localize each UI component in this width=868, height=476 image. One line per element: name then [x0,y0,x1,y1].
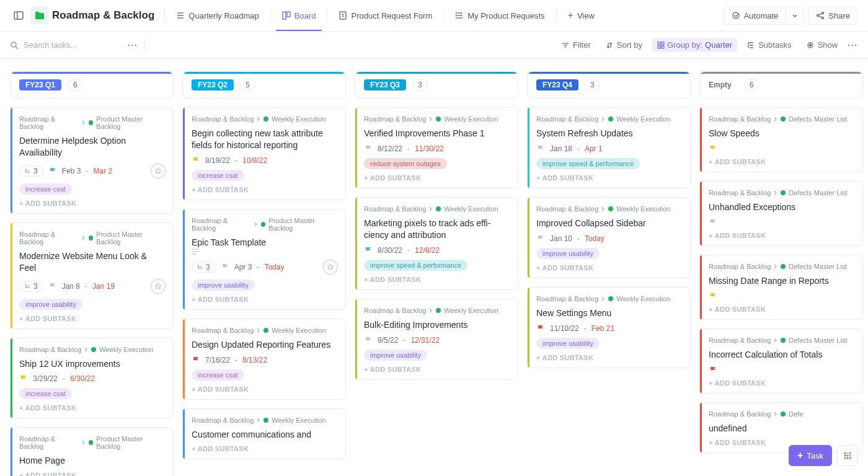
add-subtask-button[interactable]: + ADD SUBTASK [536,174,683,182]
add-subtask-button[interactable]: + ADD SUBTASK [192,445,338,452]
priority-flag-icon[interactable] [709,292,717,301]
show-button[interactable]: Show [802,38,843,52]
tag[interactable]: improve speed & performance [536,158,640,169]
tag[interactable]: increase csat [192,170,244,181]
view-tab-board[interactable]: Board [276,6,322,25]
add-subtask-button[interactable]: + ADD SUBTASK [709,158,855,165]
priority-flag-icon[interactable] [19,374,28,383]
priority-flag-icon[interactable] [536,324,545,333]
add-subtask-button[interactable]: + ADD SUBTASK [536,264,683,271]
share-button[interactable]: Share [808,7,858,25]
groupby-button[interactable]: Group by: Quarter [652,38,737,52]
column-header[interactable]: FY23 Q43 [527,71,691,99]
tag[interactable]: improve usability [536,248,600,259]
add-subtask-button[interactable]: + ADD SUBTASK [192,296,338,303]
priority-flag-icon[interactable] [364,336,373,345]
start-date: Jan 8 [62,282,80,291]
task-card[interactable]: Roadmap & Backlog Weekly Execution Custo… [182,408,346,460]
task-card[interactable]: Roadmap & Backlog Product Master Backlog… [10,427,174,476]
priority-flag-icon[interactable] [709,218,717,227]
task-card[interactable]: Roadmap & Backlog Product Master Backlog… [10,223,174,329]
search-more-icon[interactable]: ··· [128,40,138,50]
add-subtask-button[interactable]: + ADD SUBTASK [19,472,166,476]
tag[interactable]: improve speed & performance [364,260,467,271]
sort-button[interactable]: Sort by [601,38,647,52]
add-subtask-button[interactable]: + ADD SUBTASK [536,354,683,361]
priority-flag-icon[interactable] [536,144,545,153]
priority-flag-icon[interactable] [221,263,229,271]
automate-chevron-icon[interactable] [786,8,804,23]
svg-line-20 [819,14,822,15]
sidebar-toggle-icon[interactable] [10,7,27,24]
priority-flag-icon[interactable] [364,144,373,153]
tag[interactable]: reduce system outages [364,158,447,169]
apps-button[interactable] [837,445,858,466]
add-subtask-button[interactable]: + ADD SUBTASK [19,404,166,412]
add-subtask-button[interactable]: + ADD SUBTASK [364,366,510,373]
task-card[interactable]: Roadmap & Backlog Weekly Execution Marke… [355,197,518,290]
priority-flag-icon[interactable] [364,246,373,255]
subtask-count[interactable]: 3 [19,165,43,177]
add-subtask-button[interactable]: + ADD SUBTASK [364,174,510,182]
column-header[interactable]: FY23 Q33 [355,71,518,99]
task-card[interactable]: Roadmap & Backlog Weekly Execution Syste… [527,107,691,188]
column-header[interactable]: FY23 Q25 [182,71,346,99]
tag[interactable]: increase csat [19,388,72,399]
filter-button[interactable]: Filter [557,38,596,52]
task-card[interactable]: Roadmap & Backlog Weekly Execution New S… [527,287,691,368]
tag[interactable]: improve usability [19,299,82,310]
toolbar-more-icon[interactable]: ··· [848,40,858,50]
task-card[interactable]: Roadmap & Backlog Weekly Execution Desig… [182,319,346,400]
add-subtask-button[interactable]: + ADD SUBTASK [709,232,855,239]
priority-flag-icon[interactable] [192,156,200,165]
task-card[interactable]: Roadmap & Backlog Defects Master List Un… [699,181,863,246]
priority-flag-icon[interactable] [709,366,717,374]
add-subtask-button[interactable]: + ADD SUBTASK [192,186,338,193]
task-card[interactable]: Roadmap & Backlog Product Master Backlog… [10,107,174,214]
task-card[interactable]: Roadmap & Backlog Weekly Execution Ship … [10,338,174,419]
automate-button[interactable]: Automate [724,7,786,24]
task-card[interactable]: Roadmap & Backlog Defects Master List In… [699,328,863,394]
subtask-count[interactable]: 3 [19,281,43,292]
tag[interactable]: increase csat [192,369,244,381]
tag[interactable]: improve usability [536,338,600,349]
column-header[interactable]: Empty6 [699,71,863,99]
star-icon[interactable] [151,279,166,294]
tag[interactable]: increase csat [19,183,72,195]
task-card[interactable]: Roadmap & Backlog Weekly Execution Bulk-… [355,299,518,380]
subtasks-button[interactable]: Subtasks [742,38,796,52]
new-task-button[interactable]: + Task [789,445,832,466]
task-card[interactable]: Roadmap & Backlog Defects Master List Mi… [699,255,863,320]
star-icon[interactable] [323,260,338,275]
star-icon[interactable] [151,164,166,178]
priority-flag-icon[interactable] [48,167,57,175]
add-subtask-button[interactable]: + ADD SUBTASK [709,379,855,387]
task-card[interactable]: Roadmap & Backlog Product Master Backlog… [182,209,346,310]
search-input[interactable] [24,40,123,50]
priority-flag-icon[interactable] [48,282,57,291]
column-header[interactable]: FY23 Q16 [10,71,174,99]
add-view-button[interactable]: + View [562,5,601,26]
add-subtask-button[interactable]: + ADD SUBTASK [19,200,166,207]
task-card[interactable]: Roadmap & Backlog Weekly Execution Impro… [527,197,691,278]
add-subtask-button[interactable]: + ADD SUBTASK [709,306,855,313]
task-card[interactable]: Roadmap & Backlog Weekly Execution Begin… [182,107,346,200]
add-subtask-button[interactable]: + ADD SUBTASK [364,276,510,283]
tag[interactable]: improve usability [364,350,427,361]
view-tab-product-request-form[interactable]: Product Request Form [332,6,438,25]
task-card[interactable]: Roadmap & Backlog Weekly Execution Verif… [355,107,518,188]
column-count: 3 [585,79,600,90]
view-tab-quarterly-roadmap[interactable]: Quarterly Roadmap [170,6,265,25]
add-subtask-button[interactable]: + ADD SUBTASK [19,315,166,322]
priority-flag-icon[interactable] [192,356,200,364]
task-card[interactable]: Roadmap & Backlog Defects Master List Sl… [699,107,863,172]
view-tab-my-product-requests[interactable]: My Product Requests [449,6,551,25]
subtask-count[interactable]: 3 [192,262,216,273]
card-meta: Jan 10-Today [536,234,683,243]
priority-flag-icon[interactable] [536,234,545,243]
svg-point-18 [822,12,824,14]
tag[interactable]: improve usability [192,280,255,291]
priority-flag-icon[interactable] [709,144,717,153]
add-subtask-button[interactable]: + ADD SUBTASK [192,386,338,393]
automate-button-group: Automate [724,7,805,25]
